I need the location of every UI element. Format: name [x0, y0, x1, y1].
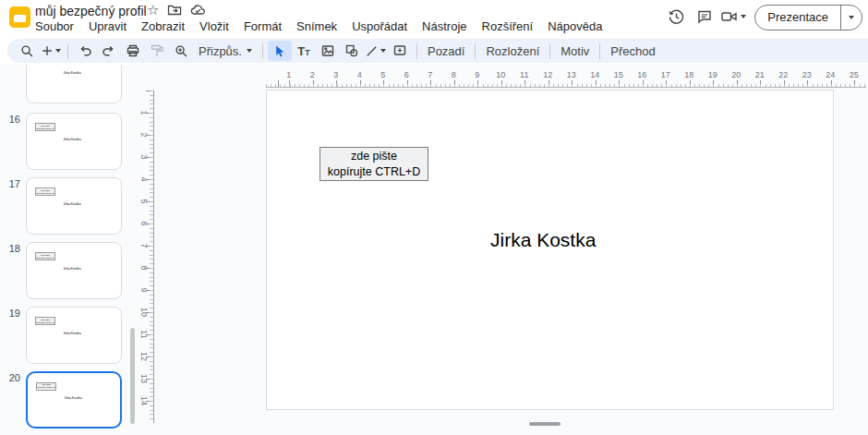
slide-name-text[interactable]: Jirka Kostka	[490, 229, 596, 251]
insert-image-button[interactable]	[316, 41, 340, 61]
present-options-button[interactable]	[840, 6, 862, 30]
theme-label: Motiv	[561, 44, 589, 58]
toolbar-divider	[67, 43, 68, 59]
insert-line-button[interactable]	[364, 41, 388, 61]
menu-item[interactable]: Uspořádat	[344, 18, 415, 35]
workspace: zde pištekopírujte CTRL+D Jirka Kostka 1…	[0, 65, 868, 435]
text-box-button[interactable]: TT	[292, 41, 316, 61]
document-title[interactable]: můj bezpečný profil	[35, 4, 147, 18]
canvas-horizontal-scrollbar[interactable]	[529, 422, 561, 426]
filmstrip-row: 16 zde pištekopírujte CTRL+D Jirka Kostk…	[6, 113, 133, 170]
ruler-number: 10	[489, 70, 513, 79]
slide-thumbnail[interactable]: zde pištekopírujte CTRL+D Jirka Kostka	[26, 307, 122, 364]
thumbnail-name-text: Jirka Kostka	[64, 332, 81, 335]
undo-button[interactable]	[73, 41, 97, 61]
add-comment-icon	[392, 43, 407, 58]
slide-filmstrip: zde pištekopírujte CTRL+D Jirka Kostka 1…	[0, 65, 137, 435]
layout-button[interactable]: Rozložení	[480, 41, 545, 61]
menu-item[interactable]: Nástroje	[415, 18, 474, 35]
shape-icon	[344, 43, 359, 58]
theme-button[interactable]: Motiv	[555, 41, 595, 61]
slide-number: 20	[6, 372, 20, 383]
select-tool-button[interactable]	[268, 41, 292, 61]
ruler-number: 17	[654, 70, 678, 79]
thumbnail-name-text: Jirka Kostka	[64, 71, 81, 75]
menu-item[interactable]: Upravit	[81, 18, 134, 35]
image-icon	[320, 43, 335, 58]
document-actions: ☆	[147, 3, 206, 18]
ruler-number: 5	[371, 70, 395, 79]
menu-item[interactable]: Zobrazit	[134, 18, 192, 35]
paste-instruction-box[interactable]: zde pište kopírujte CTRL+D	[319, 147, 428, 181]
ruler-number: 4	[348, 70, 372, 79]
ruler-number: 14	[584, 70, 608, 79]
transition-button[interactable]: Přechod	[605, 41, 660, 61]
star-icon[interactable]: ☆	[147, 3, 159, 18]
menu-item[interactable]: Rozšíření	[475, 18, 541, 35]
layout-label: Rozložení	[486, 44, 539, 58]
main-toolbar: Přizpůs. TT Pozadí Rozložení Motiv Přech…	[7, 39, 868, 63]
menu-item[interactable]: Snímek	[289, 18, 344, 35]
insert-shape-button[interactable]	[340, 41, 364, 61]
zoom-fit-dropdown[interactable]: Přizpůs.	[193, 41, 258, 61]
insert-comment-button[interactable]	[388, 41, 412, 61]
version-history-button[interactable]	[663, 4, 689, 30]
ruler-number: 1	[277, 70, 301, 79]
ruler-number: 8	[442, 70, 466, 79]
vertical-ruler-minor-ticks	[150, 91, 153, 423]
slide-thumbnail[interactable]: zde pištekopírujte CTRL+D Jirka Kostka	[26, 371, 122, 429]
move-folder-icon[interactable]	[167, 3, 182, 18]
comments-button[interactable]	[692, 4, 717, 30]
paint-format-button[interactable]	[145, 41, 169, 61]
filmstrip-row: 18 zde pištekopírujte CTRL+D Jirka Kostk…	[6, 242, 133, 299]
new-slide-button[interactable]	[39, 41, 63, 61]
plus-icon	[41, 44, 54, 57]
history-icon	[668, 8, 685, 26]
slide-thumbnail[interactable]: zde pištekopírujte CTRL+D Jirka Kostka	[26, 242, 122, 299]
app-header: můj bezpečný profil ☆ SouborUpravitZobra…	[0, 0, 868, 38]
slide-thumbnail[interactable]: zde pištekopírujte CTRL+D Jirka Kostka	[26, 113, 122, 170]
slide-thumbnail[interactable]: zde pištekopírujte CTRL+D Jirka Kostka	[26, 65, 122, 103]
redo-button[interactable]	[97, 41, 121, 61]
background-button[interactable]: Pozadí	[422, 41, 470, 61]
chevron-down-icon	[247, 49, 252, 53]
redo-icon	[102, 43, 116, 58]
ruler-number: 19	[701, 70, 725, 79]
join-call-button[interactable]	[720, 8, 746, 25]
thumbnail-name-text: Jirka Kostka	[64, 138, 81, 141]
ruler-number: 9	[465, 70, 489, 79]
slide-canvas[interactable]: zde pište kopírujte CTRL+D Jirka Kostka	[266, 90, 834, 410]
ruler-number: 13	[560, 70, 584, 79]
horizontal-ruler: 1234567891011121314151617181920212223242…	[277, 70, 866, 79]
print-icon	[126, 43, 140, 58]
thumbnail-paste-box: zde pištekopírujte CTRL+D	[35, 252, 55, 260]
slide-thumbnail[interactable]: zde pištekopírujte CTRL+D Jirka Kostka	[26, 177, 122, 235]
toolbar-divider	[416, 43, 417, 59]
chevron-down-icon	[849, 16, 854, 19]
filmstrip-row: zde pištekopírujte CTRL+D Jirka Kostka	[6, 65, 133, 103]
present-button-label: Prezentace	[755, 6, 840, 30]
cloud-saved-icon[interactable]	[190, 3, 206, 18]
menu-item[interactable]: Vložit	[192, 18, 236, 35]
menu-bar: SouborUpravitZobrazitVložitFormátSnímekU…	[28, 18, 609, 35]
search-icon	[20, 44, 34, 58]
ruler-number: 15	[607, 70, 631, 79]
chevron-down-icon	[55, 49, 61, 53]
chevron-down-icon	[741, 15, 746, 18]
thumbnail-paste-box: zde pištekopírujte CTRL+D	[35, 317, 55, 325]
menu-item[interactable]: Soubor	[28, 18, 81, 35]
present-button[interactable]: Prezentace	[754, 5, 862, 30]
paste-instruction-line1: zde pište	[351, 149, 397, 164]
paint-roller-icon	[150, 43, 164, 58]
slide-number: 18	[6, 243, 20, 254]
thumbnail-name-text: Jirka Kostka	[64, 267, 81, 271]
search-menus-button[interactable]	[15, 41, 39, 61]
comments-icon	[696, 8, 713, 25]
menu-item[interactable]: Nápověda	[540, 18, 609, 35]
ruler-number: 23	[795, 70, 819, 79]
zoom-in-button[interactable]	[169, 41, 193, 61]
slide-number: 19	[6, 308, 20, 319]
ruler-number: 12	[536, 70, 561, 79]
menu-item[interactable]: Formát	[236, 18, 289, 35]
print-button[interactable]	[121, 41, 145, 61]
